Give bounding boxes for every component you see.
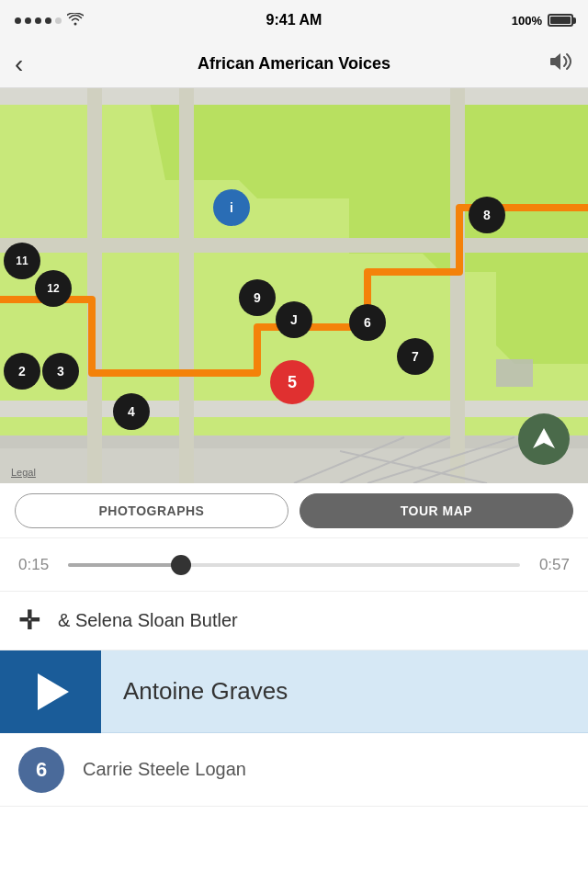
tour-map-button[interactable]: TOUR MAP: [300, 493, 573, 528]
map-marker-3[interactable]: 3: [42, 353, 79, 390]
play-title: Antoine Graves: [101, 677, 288, 706]
next-label: Carrie Steele Logan: [83, 759, 246, 780]
map-marker-12[interactable]: 12: [35, 270, 72, 307]
map-marker-4[interactable]: 4: [113, 393, 150, 430]
track-label: & Selena Sloan Butler: [58, 610, 238, 631]
signal-dots: [15, 17, 62, 24]
wifi-icon: [67, 13, 84, 28]
photographs-button[interactable]: PHOTOGRAPHS: [15, 493, 288, 528]
progress-bar[interactable]: [68, 563, 520, 567]
current-time: 0:15: [18, 556, 53, 574]
track-row: ✛ & Selena Sloan Butler: [0, 592, 588, 650]
svg-marker-15: [533, 428, 555, 448]
nav-bar: ‹ African American Voices: [0, 40, 588, 88]
map-marker-9[interactable]: 9: [239, 279, 276, 316]
status-left: [15, 13, 84, 28]
svg-rect-7: [179, 88, 194, 483]
play-row[interactable]: Antoine Graves: [0, 650, 588, 733]
svg-rect-9: [496, 359, 533, 387]
legal-link[interactable]: Legal: [11, 467, 36, 478]
map-marker-7[interactable]: 7: [397, 338, 434, 375]
play-triangle-icon: [38, 673, 69, 710]
cross-icon: ✛: [18, 608, 40, 634]
map-marker-5[interactable]: 5: [270, 360, 314, 404]
next-number: 6: [18, 747, 64, 793]
svg-rect-6: [87, 88, 102, 483]
map-marker-6[interactable]: 6: [349, 304, 386, 341]
map-marker-j[interactable]: J: [276, 301, 312, 338]
toggle-section: PHOTOGRAPHS TOUR MAP: [0, 483, 588, 538]
status-time: 9:41 AM: [266, 12, 322, 28]
locate-button[interactable]: [518, 413, 570, 465]
back-button[interactable]: ‹: [15, 51, 23, 77]
status-right: 100%: [512, 14, 573, 28]
map-marker-2[interactable]: 2: [4, 353, 40, 390]
battery-icon: [548, 14, 573, 27]
sound-button[interactable]: [548, 51, 573, 78]
audio-player: 0:15 0:57: [0, 538, 588, 592]
map-area[interactable]: i 8 11 12 9 J 6 2 3 7 4 5 Legal: [0, 88, 588, 483]
next-row[interactable]: 6 Carrie Steele Logan: [0, 733, 588, 807]
status-bar: 9:41 AM 100%: [0, 0, 588, 40]
svg-rect-8: [450, 88, 465, 483]
total-time: 0:57: [535, 556, 570, 574]
map-marker-11[interactable]: 11: [4, 243, 40, 279]
play-button[interactable]: [0, 650, 101, 733]
progress-thumb[interactable]: [171, 555, 191, 575]
page-title: African American Voices: [198, 54, 390, 74]
progress-fill: [68, 563, 181, 567]
battery-percent: 100%: [512, 14, 542, 28]
map-marker-info[interactable]: i: [213, 189, 250, 226]
map-marker-8[interactable]: 8: [469, 197, 505, 233]
